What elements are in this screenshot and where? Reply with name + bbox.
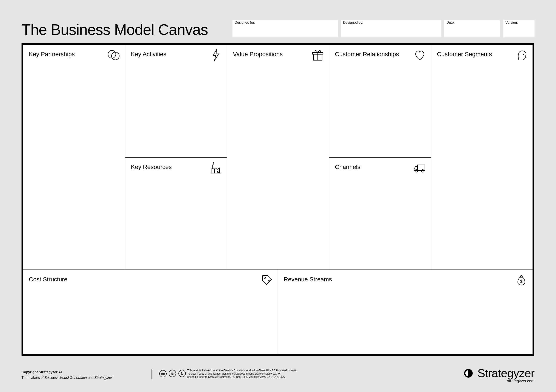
date-label: Date: <box>447 21 455 24</box>
cell-cost-structure[interactable]: Cost Structure $ <box>23 269 278 355</box>
makers-em1: Business Model Generation <box>45 376 87 379</box>
designed-by-field[interactable]: Designed by: <box>341 20 441 37</box>
person-head-icon <box>514 48 528 62</box>
factory-icon <box>209 161 223 175</box>
cell-key-partnerships[interactable]: Key Partnerships <box>23 44 125 270</box>
designed-by-label: Designed by: <box>343 21 363 24</box>
cc-by-icon: 🄯 <box>169 370 176 377</box>
license-link[interactable]: http://creativecommons.org/licenses/by-s… <box>227 372 280 375</box>
cell-title: Key Resources <box>131 164 172 170</box>
canvas: Key Partnerships Key Activities Key Reso… <box>22 43 534 356</box>
cell-revenue-streams[interactable]: Revenue Streams $ <box>278 269 533 355</box>
cell-key-resources[interactable]: Key Resources <box>125 157 227 270</box>
cell-title: Channels <box>335 164 360 170</box>
license-text: This work is licensed under the Creative… <box>187 369 297 379</box>
brand-logo: Strategyzer <box>464 366 534 380</box>
cell-title: Value Propositions <box>233 51 283 58</box>
svg-point-7 <box>421 170 424 172</box>
cell-title: Revenue Streams <box>284 276 332 283</box>
makers-mid: and <box>87 376 94 379</box>
designed-for-label: Designed for: <box>235 21 255 24</box>
cell-channels[interactable]: Channels <box>329 157 431 270</box>
svg-point-9 <box>264 277 266 278</box>
cell-title: Key Activities <box>131 51 166 58</box>
cell-customer-relationships[interactable]: Customer Relationships <box>329 44 431 158</box>
page-title: The Business Model Canvas <box>22 21 208 38</box>
link-rings-icon <box>107 48 121 62</box>
brand-name: Strategyzer <box>478 367 534 379</box>
gift-icon <box>311 48 324 62</box>
truck-icon <box>413 161 427 175</box>
svg-point-6 <box>415 170 417 172</box>
cell-title: Cost Structure <box>29 276 67 283</box>
license-line1: This work is licensed under the Creative… <box>187 369 297 372</box>
cell-title: Key Partnerships <box>29 51 75 58</box>
version-label: Version: <box>505 21 518 24</box>
cc-icon: CC <box>159 370 167 377</box>
brand: Strategyzer strategyzer.com <box>464 366 534 383</box>
cell-customer-segments[interactable]: Customer Segments <box>431 44 533 270</box>
brand-mark-icon <box>464 367 476 379</box>
date-field[interactable]: Date: <box>444 20 500 37</box>
cell-title: Customer Segments <box>437 51 492 58</box>
makers-prefix: The makers of <box>22 376 45 379</box>
svg-rect-5 <box>417 165 425 170</box>
price-tag-icon: $ <box>260 273 273 287</box>
svg-point-8 <box>523 54 524 55</box>
cell-title: Customer Relationships <box>335 51 399 58</box>
makers-em2: Strategyzer <box>94 376 112 379</box>
money-bag-icon: $ <box>514 273 528 287</box>
designed-for-field[interactable]: Designed for: <box>232 20 338 37</box>
license-line2a: To view a copy of this license, visit <box>187 372 227 375</box>
divider <box>152 369 152 379</box>
svg-point-2 <box>217 171 219 173</box>
cell-value-propositions[interactable]: Value Propositions <box>227 44 329 270</box>
cc-badges: CC 🄯 ↻ <box>159 370 187 377</box>
lightning-icon <box>209 48 223 62</box>
page: The Business Model Canvas Designed for: … <box>0 0 556 392</box>
footer: Copyright Strategyzer AG The makers of B… <box>22 370 534 380</box>
svg-text:$: $ <box>520 279 522 284</box>
version-field[interactable]: Version: <box>503 20 534 37</box>
cc-sa-icon: ↻ <box>178 370 186 377</box>
heart-icon <box>413 48 427 62</box>
cell-key-activities[interactable]: Key Activities <box>125 44 227 158</box>
license-line3: or send a letter to Creative Commons, PO… <box>187 376 286 378</box>
